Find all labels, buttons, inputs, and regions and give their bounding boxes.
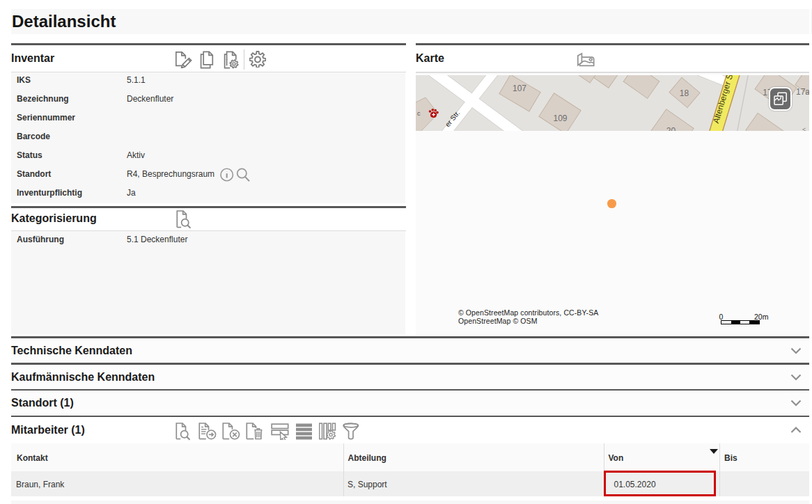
svg-text:107: 107	[513, 84, 526, 93]
svg-text:18: 18	[680, 88, 689, 98]
svg-text:<: <	[802, 126, 806, 132]
svg-text:c: c	[417, 110, 421, 117]
svg-text:17a: 17a	[796, 87, 809, 97]
svg-text:20: 20	[666, 126, 676, 132]
svg-text:109: 109	[553, 113, 567, 123]
